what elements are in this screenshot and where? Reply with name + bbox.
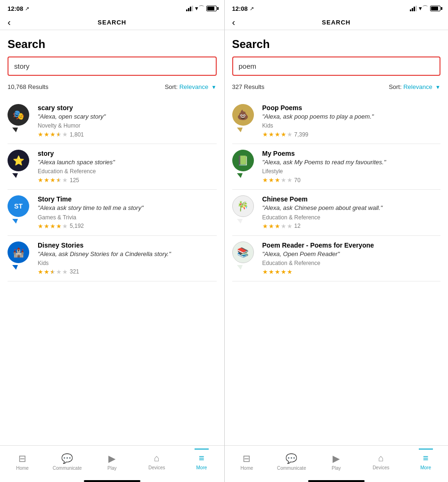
result-item[interactable]: 💩 Poop Poems "Alexa, ask poop poems to p… [232,98,441,144]
location-icon: ↗ [25,6,29,12]
page-title: Search [8,38,217,51]
back-button[interactable]: ‹ [232,17,236,28]
item-name: Disney Stories [38,241,217,249]
nav-icon-play: ▶ [333,453,340,464]
star-full: ★ [38,268,43,275]
bottom-nav-item-home[interactable]: ⊟ Home [0,449,45,471]
item-name: story [38,150,217,157]
nav-icon-home: ⊟ [243,453,251,464]
skill-bubble: 💩 [232,104,254,126]
star-full: ★ [269,268,274,275]
item-info: Poop Poems "Alexa, ask poop poems to pla… [262,104,441,138]
sort-value: Relevance [179,83,208,90]
bottom-nav-item-devices[interactable]: ⌂ Devices [134,449,179,471]
result-item[interactable]: 🎋 Chinese Poem "Alexa, ask Chinese poem … [232,190,441,235]
nav-label-more: More [196,465,207,470]
star-full: ★ [262,223,268,230]
result-item[interactable]: 🏰 Disney Stories "Alexa, ask Disney Stor… [8,236,217,281]
stars-row: ★★★★★ [262,268,441,275]
star-half: ★ ★ [50,268,56,275]
star-full: ★ [262,131,268,138]
item-category: Education & Reference [262,214,441,221]
item-category: Education & Reference [262,260,441,266]
nav-label-home: Home [16,466,29,471]
bottom-nav-item-more[interactable]: ≡ More [403,449,448,471]
phone-right: 12:08 ↗ ▾⌒ ‹ SEARCH Search poem [224,0,448,482]
nav-icon-more: ≡ [199,453,204,464]
result-item[interactable]: 🎭 scary story "Alexa, open scary story" … [8,98,217,144]
star-full: ★ [275,177,280,184]
nav-icon-communicate: 💬 [285,453,297,464]
nav-label-devices: Devices [148,465,165,470]
star-empty: ★ [62,268,68,275]
bottom-nav-item-communicate[interactable]: 💬 Communicate [45,449,90,471]
sort-control[interactable]: Sort: Relevance ▼ [389,82,440,91]
nav-title: SEARCH [98,19,126,26]
result-item[interactable]: 📗 My Poems "Alexa, ask My Poems to read … [232,144,441,190]
rating-count: 125 [70,177,79,184]
item-icon: ST [8,195,32,224]
item-icon: 🎭 [8,104,32,132]
nav-icon-devices: ⌂ [378,453,384,464]
search-input[interactable]: poem [232,56,441,76]
sort-label: Sort: [165,83,179,90]
item-info: Disney Stories "Alexa, ask Disney Storie… [38,241,217,275]
nav-active-indicator [195,449,209,450]
star-full: ★ [44,223,49,230]
item-phrase: "Alexa, ask My Poems to read my favourit… [262,158,441,167]
bottom-nav-item-play[interactable]: ▶ Play [314,449,358,471]
status-time: 12:08 [8,5,23,12]
bottom-nav-item-home[interactable]: ⊟ Home [225,449,269,471]
nav-icon-devices: ⌂ [154,453,160,464]
result-item[interactable]: ⭐ story "Alexa launch space stories" Edu… [8,144,217,190]
results-header: 327 Results Sort: Relevance ▼ [232,82,441,91]
signal-bar-3 [414,7,415,11]
nav-label-play: Play [332,466,341,471]
rating-count: 5,192 [70,223,84,229]
star-full: ★ [287,268,293,275]
signal-bar-1 [410,9,411,11]
result-item[interactable]: ST Story Time "Alexa ask story time to t… [8,190,217,235]
rating-count: 12 [294,223,301,229]
status-icons: ▾⌒ [410,4,440,13]
star-full: ★ [269,177,274,184]
item-name: Story Time [38,195,217,203]
search-input[interactable]: story [8,56,217,76]
battery-icon [206,6,217,11]
skill-bubble: 🎋 [232,195,254,217]
bottom-nav-item-more[interactable]: ≡ More [179,449,224,471]
results-count: 10,768 Results [8,83,49,90]
nav-label-more: More [420,465,431,470]
bubble-tail [12,128,18,132]
result-item[interactable]: 📚 Poem Reader - Poems for Everyone "Alex… [232,236,441,281]
stars-row: ★★★★★ 5,192 [38,223,217,230]
star-empty: ★ [56,268,62,275]
bottom-nav-item-devices[interactable]: ⌂ Devices [358,449,403,471]
star-empty: ★ [287,131,293,138]
nav-label-communicate: Communicate [277,466,306,471]
star-full: ★ [269,223,274,230]
signal-bar-2 [412,8,413,11]
star-full: ★ [44,131,49,138]
bottom-nav-item-play[interactable]: ▶ Play [90,449,134,471]
content-area: Search story 10,768 Results Sort: Releva… [0,30,224,445]
item-phrase: "Alexa, open scary story" [38,112,217,121]
sort-control[interactable]: Sort: Relevance ▼ [165,82,217,91]
star-empty: ★ [281,223,286,230]
item-icon: 🏰 [8,241,32,270]
item-phrase: "Alexa launch space stories" [38,158,217,167]
battery-icon [430,6,440,11]
bottom-nav-item-communicate[interactable]: 💬 Communicate [269,449,314,471]
item-category: Kids [262,122,441,129]
bubble-tail [12,219,18,224]
star-full: ★ [56,223,62,230]
back-button[interactable]: ‹ [8,17,11,28]
nav-bar: ‹ SEARCH [0,15,224,30]
item-icon: 📗 [232,150,257,178]
nav-icon-play: ▶ [108,453,115,464]
star-empty: ★ [287,223,293,230]
bubble-tail [237,265,243,270]
results-count: 327 Results [232,83,265,90]
nav-bar: ‹ SEARCH [225,15,448,30]
sort-arrow-icon: ▼ [435,84,440,90]
